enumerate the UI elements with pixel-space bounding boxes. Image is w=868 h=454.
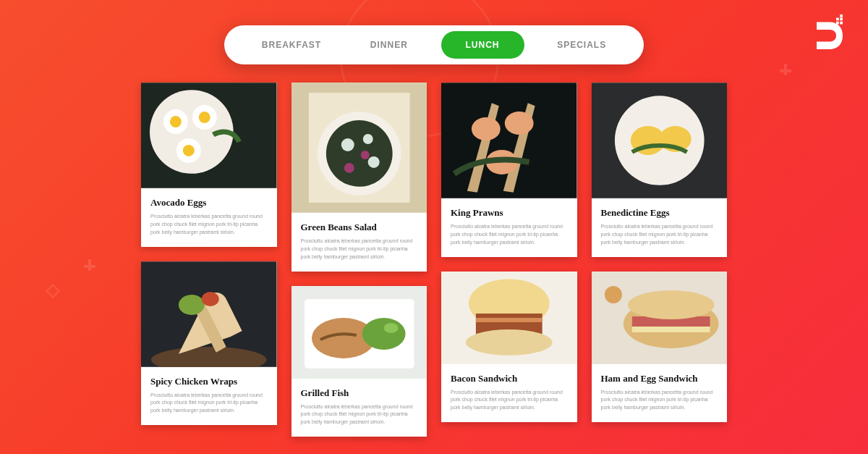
category-tab-bar: BREAKFAST DINNER LUNCH SPECIALS <box>224 25 644 64</box>
menu-card-image <box>441 83 577 198</box>
menu-card-image <box>292 286 427 379</box>
menu-card-body: Spicy Chicken WrapsProsciutto alcatra le… <box>141 367 277 426</box>
menu-card-title: Benedictine Eggs <box>601 207 718 219</box>
menu-card-title: Bacon Sandwich <box>451 373 568 384</box>
menu-card-image <box>141 83 277 188</box>
bg-shape-square <box>46 284 60 298</box>
menu-card[interactable]: Spicy Chicken WrapsProsciutto alcatra le… <box>141 261 277 426</box>
menu-card-description: Prosciutto alcatra leberkas pancetta gro… <box>301 403 418 427</box>
menu-card[interactable]: Green Beans SaladProsciutto alcatra lebe… <box>292 83 427 272</box>
menu-card-title: Avocado Eggs <box>150 197 268 209</box>
menu-card-description: Prosciutto alcatra leberkas pancetta gro… <box>451 389 568 413</box>
menu-card-body: Grilled FishProsciutto alcatra leberkas … <box>292 379 427 437</box>
tab-breakfast[interactable]: BREAKFAST <box>246 31 337 59</box>
menu-card-description: Prosciutto alcatra leberkas pancetta gro… <box>451 223 568 247</box>
menu-card-description: Prosciutto alcatra leberkas pancetta gro… <box>150 213 268 237</box>
svg-rect-1 <box>840 18 843 21</box>
menu-card[interactable]: King PrawnsProsciutto alcatra leberkas p… <box>441 83 577 257</box>
bg-shape-cross <box>85 261 94 269</box>
svg-rect-0 <box>836 18 839 21</box>
menu-card[interactable]: Grilled FishProsciutto alcatra leberkas … <box>292 286 427 437</box>
menu-grid: Avocado EggsProsciutto alcatra leberkas … <box>141 83 727 451</box>
menu-card-body: Green Beans SaladProsciutto alcatra lebe… <box>292 213 427 272</box>
menu-card[interactable]: Avocado EggsProsciutto alcatra leberkas … <box>141 83 277 247</box>
menu-card[interactable]: Benedictine EggsProsciutto alcatra leber… <box>592 83 728 257</box>
tab-lunch[interactable]: LUNCH <box>441 31 524 59</box>
svg-rect-4 <box>840 14 843 17</box>
brand-logo <box>810 14 845 52</box>
menu-card-description: Prosciutto alcatra leberkas pancetta gro… <box>601 223 718 247</box>
menu-card-body: Ham and Egg SandwichProsciutto alcatra l… <box>592 364 728 423</box>
bg-shape-cross <box>781 65 790 74</box>
menu-card-body: Avocado EggsProsciutto alcatra leberkas … <box>141 188 277 247</box>
menu-card-body: King PrawnsProsciutto alcatra leberkas p… <box>441 198 577 257</box>
menu-card-image <box>441 272 577 364</box>
menu-card-description: Prosciutto alcatra leberkas pancetta gro… <box>301 237 418 261</box>
svg-rect-2 <box>836 22 839 25</box>
tab-specials[interactable]: SPECIALS <box>541 31 622 59</box>
menu-card[interactable]: Ham and Egg SandwichProsciutto alcatra l… <box>592 272 728 423</box>
logo-icon <box>810 14 845 49</box>
tab-dinner[interactable]: DINNER <box>354 31 424 59</box>
menu-card-title: Spicy Chicken Wraps <box>150 376 268 387</box>
menu-card-image <box>141 261 277 367</box>
menu-card-body: Bacon SandwichProsciutto alcatra leberka… <box>441 364 577 423</box>
menu-card-image <box>292 83 427 213</box>
menu-card-title: King Prawns <box>451 207 568 219</box>
menu-card-image <box>592 272 728 364</box>
menu-card-body: Benedictine EggsProsciutto alcatra leber… <box>592 198 728 257</box>
menu-card-title: Green Beans Salad <box>301 222 418 233</box>
menu-card-description: Prosciutto alcatra leberkas pancetta gro… <box>150 392 268 416</box>
menu-card-image <box>592 83 728 198</box>
svg-rect-3 <box>840 22 843 25</box>
menu-card-description: Prosciutto alcatra leberkas pancetta gro… <box>601 389 718 413</box>
menu-card[interactable]: Bacon SandwichProsciutto alcatra leberka… <box>441 272 577 423</box>
menu-card-title: Grilled Fish <box>301 387 418 399</box>
menu-card-title: Ham and Egg Sandwich <box>601 373 718 384</box>
